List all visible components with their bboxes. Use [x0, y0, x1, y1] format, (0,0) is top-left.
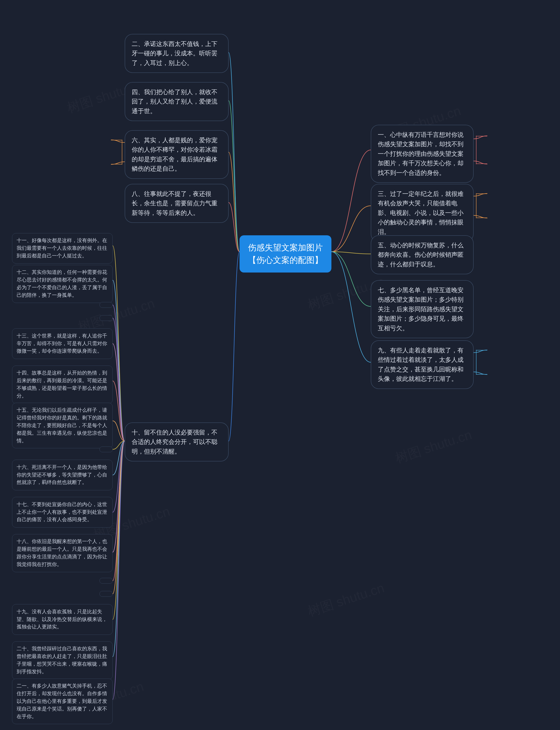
sub-node-s15[interactable]: 十五、无论我们以后生疏成什么样子，请记得曾经我对你的好是真的。剩下的路就不陪你走… — [12, 403, 113, 448]
connector-line — [331, 252, 371, 254]
connector-line — [113, 441, 125, 552]
connector-line — [113, 441, 125, 594]
left-top-node-lt1[interactable]: 二、承诺这东西太不值钱，上下牙一碰的事儿，没成本。听听罢了，入耳过，别上心。 — [125, 34, 229, 73]
empty-node-e4[interactable] — [100, 578, 113, 584]
connector-line — [229, 53, 240, 252]
sub-node-s20[interactable]: 二十、我曾经踩碎过自己喜欢的东西，我曾经把最喜欢的人赶走了，只是眼泪往肚子里咽，… — [12, 641, 113, 679]
watermark: 树图 shutu.cn — [393, 426, 474, 467]
sub-node-s11[interactable]: 十一、好像每次都是这样，没有例外。在我们最需要有一个人去依靠的时候，往往到最后都… — [12, 233, 113, 263]
connector-line — [229, 101, 240, 252]
watermark: 树图 shutu.cn — [305, 579, 387, 621]
right-node-r3[interactable]: 五、动心的时候万物复苏，什么都奔向欢喜。伤心的时候销声匿迹，什么都归于叹息。 — [371, 235, 474, 274]
left-top-node-lt3[interactable]: 六、其实，人都是贱的，爱你宠你的人你不稀罕，对你冷若冰霜的却是穷追不舍，最后搞的… — [125, 130, 229, 179]
left-hub-node[interactable]: 十、留不住的人没必要强留，不合适的人终究会分开，可以不聪明，但别不清醒。 — [125, 423, 229, 462]
sub-node-s17[interactable]: 十七、不要到处宣扬你自己的内心，这世上不止你一个人有故事，也不要到处宣泄自己的痛… — [12, 497, 113, 528]
branch-stub — [476, 350, 487, 375]
connector-line — [331, 206, 371, 252]
left-top-node-lt4[interactable]: 八、往事就此不提了，夜还很长，余生也是，需要留点力气重新等待，等等后来的人。 — [125, 184, 229, 223]
right-node-r2[interactable]: 三、过了一定年纪之后，就很难有机会放声大哭，只能借着电影、电视剧、小说，以及一些… — [371, 184, 474, 242]
connector-line — [113, 441, 125, 475]
mindmap-canvas: 树图 shutu.cn树图 shutu.cn树图 shutu.cn树图 shut… — [0, 0, 560, 730]
connector-line — [113, 441, 125, 581]
connector-line — [113, 441, 125, 450]
root-node[interactable]: 伤感失望文案加图片【伤心文案的配图】 — [240, 235, 331, 272]
connector-line — [113, 381, 125, 441]
connector-line — [113, 305, 125, 441]
connector-line — [331, 252, 371, 362]
left-top-node-lt2[interactable]: 四、我们把心给了别人，就收不回了，别人又给了别人，爱便流通于世。 — [125, 82, 229, 121]
empty-node-e1[interactable] — [100, 302, 113, 308]
right-node-r1[interactable]: 一、心中纵有万语千言想对你说伤感失望文案加图片，却找不到一个打扰你的理由伤感失望… — [371, 125, 474, 183]
connector-line — [113, 441, 125, 657]
empty-node-e2[interactable] — [100, 315, 113, 321]
connector-line — [331, 252, 371, 306]
branch-stub — [111, 140, 122, 164]
right-node-r4[interactable]: 七、多少黑名单，曾经互道晚安伤感失望文案加图片；多少特别关注，后来形同陌路伤感失… — [371, 280, 474, 338]
sub-node-s19[interactable]: 十九、没有人会喜欢孤独，只是比起失望、随欲、以及冷热交替后的纵横来说，孤独会让人… — [12, 604, 113, 635]
empty-node-e3[interactable] — [100, 447, 113, 452]
connector-line — [229, 252, 240, 441]
connector-line — [113, 344, 125, 441]
connector-line — [229, 152, 240, 252]
empty-node-e5[interactable] — [100, 591, 113, 597]
branch-stub — [476, 136, 487, 164]
branch-stub — [476, 193, 487, 218]
connector-line — [113, 280, 125, 441]
sub-node-s12[interactable]: 十二、其实你知道的，任何一种需要你花尽心思去讨好的感情都不会撑的太久。何必为了一… — [12, 265, 113, 303]
connector-line — [113, 318, 125, 441]
sub-node-s14[interactable]: 十四、故事总是这样，从开始的热情，到后来的敷衍，再到最后的冷漠。可能还是不够成熟… — [12, 366, 113, 404]
right-node-r5[interactable]: 九、有些人走着走着就散了，有些情过着过着就淡了，太多人成了点赞之交，甚至换几回昵… — [371, 340, 474, 389]
sub-node-s13[interactable]: 十三、这个世界，就是这样，有人追你千辛万苦，却得不到你，可是有人只需对你微微一笑… — [12, 328, 113, 359]
sub-node-s21[interactable]: 二一、有多少人故意赌气关掉手机，忍不住打开后，却发现什么也没有。自作多情以为自己… — [12, 679, 113, 724]
sub-node-s16[interactable]: 十六、死活离不开一个人，是因为他带给你的失望还不够多，等失望攒够了，心自然就凉了… — [12, 460, 113, 490]
connector-line — [229, 202, 240, 252]
connector-line — [113, 441, 125, 512]
sub-node-s18[interactable]: 十八、你依旧是我醒来想的第一个人，也是睡前想的最后一个人。只是我再也不会跟你分享… — [12, 534, 113, 572]
connector-line — [113, 246, 125, 441]
connector-line — [113, 441, 125, 620]
connector-line — [113, 421, 125, 441]
connector-line — [331, 150, 371, 252]
connector-line — [113, 441, 125, 699]
